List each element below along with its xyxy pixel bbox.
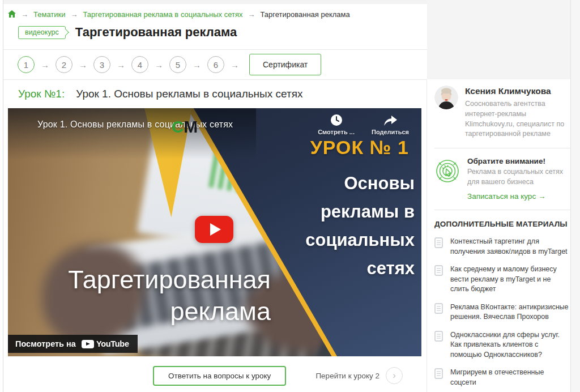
share-icon xyxy=(382,114,398,126)
breadcrumb-separator: → xyxy=(71,10,78,19)
material-link[interactable]: Реклама ВКонтакте: антикризисные решения… xyxy=(434,302,570,322)
document-icon xyxy=(434,368,443,387)
watch-later-label: Смотреть ... xyxy=(318,129,355,135)
step-arrow: → xyxy=(41,60,49,70)
material-link[interactable]: Одноклассники для сферы услуг. Как привл… xyxy=(434,330,570,360)
document-icon xyxy=(434,331,443,360)
page-title: Таргетированная реклама xyxy=(75,25,237,40)
video-caption: Таргетированная реклама xyxy=(17,264,271,328)
next-lesson-arrow-icon[interactable]: › xyxy=(386,367,403,384)
target-click-icon xyxy=(434,158,460,201)
step-3[interactable]: 3 xyxy=(93,56,110,73)
header-section: → Тематики → Таргетированная реклама в с… xyxy=(3,4,427,50)
next-lesson-link[interactable]: Перейти к уроку 2 › xyxy=(315,367,403,384)
material-link[interactable]: Мигрируем в отечественные соцсети xyxy=(434,368,570,387)
document-icon xyxy=(434,303,443,322)
attention-block: Обратите внимание! Реклама в социальных … xyxy=(434,148,570,210)
step-4[interactable]: 4 xyxy=(131,56,148,73)
main-row: Урок №1: Урок 1. Основы рекламы в социал… xyxy=(3,80,570,392)
home-icon[interactable] xyxy=(8,10,16,18)
page-scroll-gutter[interactable] xyxy=(570,0,580,392)
steps-nav: 1 → 2 → 3 → 4 → 5 → 6 → Сертификат xyxy=(3,50,427,80)
watch-later-control[interactable]: Смотреть ... xyxy=(318,114,355,135)
attention-title: Обратите внимание! xyxy=(467,157,570,165)
cm-logo: СМ xyxy=(172,117,198,137)
top-strip xyxy=(3,0,427,4)
title-row: видеокурс Таргетированная реклама xyxy=(8,25,427,40)
author-bio: Сооснователь агентства интернет-рекламы … xyxy=(465,99,570,139)
avatar xyxy=(434,86,458,109)
step-arrow: → xyxy=(117,60,125,70)
video-controls: Смотреть ... Поделиться УРОК № 1 xyxy=(310,114,409,159)
material-link[interactable]: Контекстный таргетинг для получения заяв… xyxy=(434,237,570,257)
materials-heading: ДОПОЛНИТЕЛЬНЫЕ МАТЕРИАЛЫ xyxy=(434,220,570,228)
author-name: Ксения Климчукова xyxy=(465,86,570,96)
author-block: Ксения Климчукова Сооснователь агентства… xyxy=(434,86,570,148)
certificate-button[interactable]: Сертификат xyxy=(249,54,321,75)
lesson-title: Урок 1. Основы рекламы в социальных сетя… xyxy=(76,88,302,100)
video-overlay-title: Урок 1. Основы рекламы в социальных сетя… xyxy=(37,120,233,130)
lesson-actions: Ответить на вопросы к уроку Перейти к ур… xyxy=(3,356,421,392)
breadcrumb-separator: → xyxy=(248,10,255,19)
main-column: Урок №1: Урок 1. Основы рекламы в социал… xyxy=(3,80,427,392)
lesson-badge: УРОК № 1 xyxy=(310,137,409,159)
answer-questions-button[interactable]: Ответить на вопросы к уроку xyxy=(153,366,286,386)
video-headline: Основы рекламы в социальных сетях xyxy=(284,169,415,283)
page: → Тематики → Таргетированная реклама в с… xyxy=(0,0,580,392)
step-5[interactable]: 5 xyxy=(169,56,186,73)
videocourse-badge[interactable]: видеокурс xyxy=(18,26,66,39)
next-lesson-label: Перейти к уроку 2 xyxy=(315,372,379,380)
step-arrow: → xyxy=(231,60,239,70)
material-link[interactable]: Как среднему и малому бизнесу вести рекл… xyxy=(434,265,570,295)
sidebar: Ксения Климчукова Сооснователь агентства… xyxy=(434,80,570,392)
watch-on-label: Посмотреть на xyxy=(15,339,76,348)
document-icon xyxy=(434,265,443,295)
enroll-course-link[interactable]: Записаться на курс → xyxy=(467,192,570,201)
lesson-number: Урок №1: xyxy=(18,88,65,100)
share-control[interactable]: Поделиться xyxy=(372,114,409,135)
breadcrumb-current: Таргетированная реклама xyxy=(260,10,349,19)
step-arrow: → xyxy=(193,60,201,70)
share-label: Поделиться xyxy=(372,129,409,135)
step-arrow: → xyxy=(155,60,163,70)
breadcrumb-separator: → xyxy=(21,10,28,19)
watch-on-youtube-link[interactable]: Посмотреть на YouTube xyxy=(8,335,138,353)
breadcrumb-link-topics[interactable]: Тематики xyxy=(33,10,66,19)
step-1[interactable]: 1 xyxy=(18,56,35,73)
step-6[interactable]: 6 xyxy=(207,56,224,73)
attention-text: Реклама в социальных сетях для вашего би… xyxy=(467,167,570,187)
video-player[interactable]: Урок 1. Основы рекламы в социальных сетя… xyxy=(8,108,421,356)
youtube-play-icon xyxy=(82,340,94,348)
content: → Тематики → Таргетированная реклама в с… xyxy=(3,0,570,392)
lesson-header: Урок №1: Урок 1. Основы рекламы в социал… xyxy=(3,80,421,108)
step-2[interactable]: 2 xyxy=(56,56,72,73)
breadcrumb-link-category[interactable]: Таргетированная реклама в социальных сет… xyxy=(83,10,243,19)
youtube-play-button[interactable] xyxy=(195,216,233,243)
top-shade xyxy=(8,108,256,159)
materials-block: ДОПОЛНИТЕЛЬНЫЕ МАТЕРИАЛЫ Контекстный тар… xyxy=(434,210,570,387)
step-arrow: → xyxy=(79,60,87,70)
clock-icon xyxy=(330,114,343,126)
breadcrumb: → Тематики → Таргетированная реклама в с… xyxy=(8,10,427,19)
document-icon xyxy=(434,237,443,257)
youtube-logo: YouTube xyxy=(82,339,129,348)
